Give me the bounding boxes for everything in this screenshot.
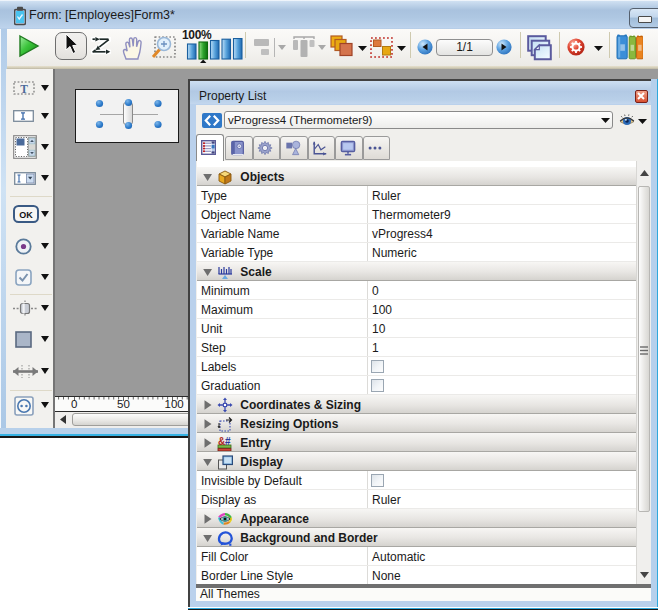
svg-text:#: #: [225, 435, 231, 446]
svg-text:T: T: [20, 83, 28, 95]
svg-text:OK: OK: [19, 210, 33, 220]
